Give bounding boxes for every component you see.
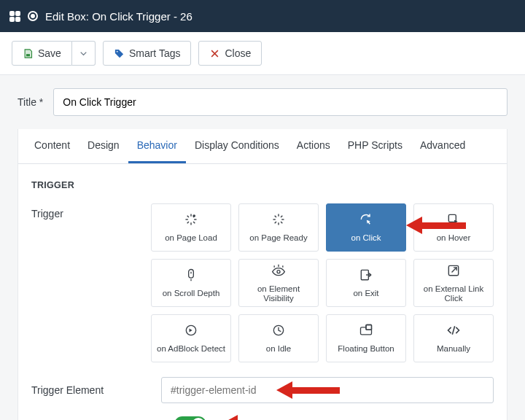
svg-line-20 (281, 216, 282, 217)
trigger-option-floating-button[interactable]: Floating Button (326, 314, 406, 362)
main-panel: ContentDesignBehaviorDisplay ConditionsA… (18, 129, 508, 420)
disable-default-row: Disable Default Action (31, 416, 494, 420)
trigger-option-label: on External Link Click (417, 284, 490, 303)
trigger-element-input[interactable] (161, 377, 494, 403)
svg-point-1 (117, 50, 118, 52)
title-input[interactable] (53, 88, 508, 116)
adblock-detect-icon (184, 323, 198, 340)
idle-icon (271, 323, 286, 340)
svg-line-8 (187, 216, 189, 217)
close-icon (209, 48, 220, 59)
trigger-option-element-visibility[interactable]: on Element Visibility (238, 259, 319, 307)
svg-rect-35 (366, 325, 372, 330)
chevron-down-icon (78, 48, 89, 59)
trigger-option-label: Manually (437, 344, 470, 354)
disable-default-field (174, 416, 494, 420)
svg-line-17 (275, 216, 276, 217)
manually-icon (446, 323, 461, 340)
svg-line-37 (452, 326, 454, 335)
trigger-option-label: on Idle (266, 344, 292, 354)
page-title: Edit Box: On Click Trigger - 26 (45, 10, 192, 23)
page-load-icon (184, 212, 198, 229)
trigger-option-label: on Page Ready (249, 233, 307, 243)
svg-line-10 (187, 222, 189, 223)
annotation-arrow-icon (222, 415, 274, 420)
smart-tags-label: Smart Tags (129, 47, 181, 59)
svg-line-31 (452, 268, 457, 273)
save-button[interactable]: Save (12, 41, 72, 66)
trigger-option-idle[interactable]: on Idle (238, 314, 319, 362)
joomla-logo-icon (9, 10, 20, 22)
close-label: Close (225, 47, 251, 59)
trigger-option-label: on Hover (437, 233, 471, 243)
toolbar: Save Smart Tags Close (0, 32, 525, 75)
trigger-option-scroll-depth[interactable]: on Scroll Depth (151, 259, 231, 307)
trigger-option-label: on Element Visibility (242, 284, 315, 303)
svg-line-18 (281, 222, 282, 223)
title-label: Title * (18, 96, 43, 108)
external-link-click-icon (446, 263, 461, 280)
tab-php-scripts[interactable]: PHP Scripts (339, 129, 411, 163)
trigger-option-external-link-click[interactable]: on External Link Click (413, 259, 494, 307)
save-label: Save (38, 47, 61, 59)
trigger-option-click[interactable]: on Click (326, 203, 406, 252)
scroll-depth-icon (184, 268, 198, 284)
tab-actions[interactable]: Actions (288, 129, 339, 163)
save-button-group: Save (12, 41, 96, 66)
trigger-option-manually[interactable]: Manually (413, 314, 494, 362)
trigger-label: Trigger (31, 203, 151, 219)
hover-icon (446, 212, 461, 229)
smart-tags-button[interactable]: Smart Tags (103, 41, 192, 66)
record-icon (28, 11, 38, 21)
save-icon (23, 48, 34, 59)
trigger-option-label: Floating Button (338, 344, 394, 354)
tab-design[interactable]: Design (79, 129, 128, 163)
svg-point-12 (192, 214, 195, 217)
svg-line-19 (275, 222, 276, 223)
floating-button-icon (359, 323, 373, 340)
top-bar: Edit Box: On Click Trigger - 26 (0, 0, 525, 32)
save-dropdown[interactable] (72, 41, 96, 66)
trigger-option-label: on Scroll Depth (163, 289, 220, 298)
svg-rect-0 (26, 54, 30, 56)
svg-line-9 (193, 222, 195, 223)
title-row: Title * (0, 75, 525, 129)
trigger-option-label: on Click (351, 233, 381, 243)
trigger-option-page-ready[interactable]: on Page Ready (238, 203, 319, 252)
trigger-option-adblock-detect[interactable]: on AdBlock Detect (151, 314, 231, 362)
trigger-option-label: on Exit (353, 289, 378, 298)
click-icon (359, 212, 373, 229)
trigger-element-field (161, 377, 494, 403)
tab-content[interactable]: Content (26, 129, 79, 163)
trigger-option-page-load[interactable]: on Page Load (151, 203, 231, 252)
exit-icon (359, 268, 373, 284)
svg-point-25 (277, 271, 280, 273)
trigger-option-label: on Page Load (165, 233, 217, 243)
section-trigger: Trigger Trigger on Page Loadon Page Read… (18, 164, 507, 420)
trigger-row: Trigger on Page Loadon Page Readyon Clic… (31, 203, 494, 362)
element-visibility-icon (271, 263, 286, 280)
tab-behavior[interactable]: Behavior (128, 129, 186, 163)
trigger-element-row: Trigger Element (31, 377, 494, 403)
trigger-element-label: Trigger Element (31, 384, 161, 396)
tab-display-conditions[interactable]: Display Conditions (186, 129, 288, 163)
page-ready-icon (271, 212, 286, 229)
tag-icon (114, 48, 125, 59)
trigger-option-exit[interactable]: on Exit (326, 259, 406, 307)
close-button[interactable]: Close (198, 41, 262, 66)
tab-advanced[interactable]: Advanced (411, 129, 474, 163)
trigger-option-hover[interactable]: on Hover (413, 203, 494, 252)
trigger-options-grid: on Page Loadon Page Readyon Clickon Hove… (151, 203, 494, 362)
trigger-field: on Page Loadon Page Readyon Clickon Hove… (151, 203, 494, 362)
trigger-option-label: on AdBlock Detect (157, 344, 225, 354)
disable-default-toggle[interactable] (174, 416, 206, 420)
section-heading: Trigger (31, 180, 494, 190)
tabs: ContentDesignBehaviorDisplay ConditionsA… (18, 129, 507, 164)
